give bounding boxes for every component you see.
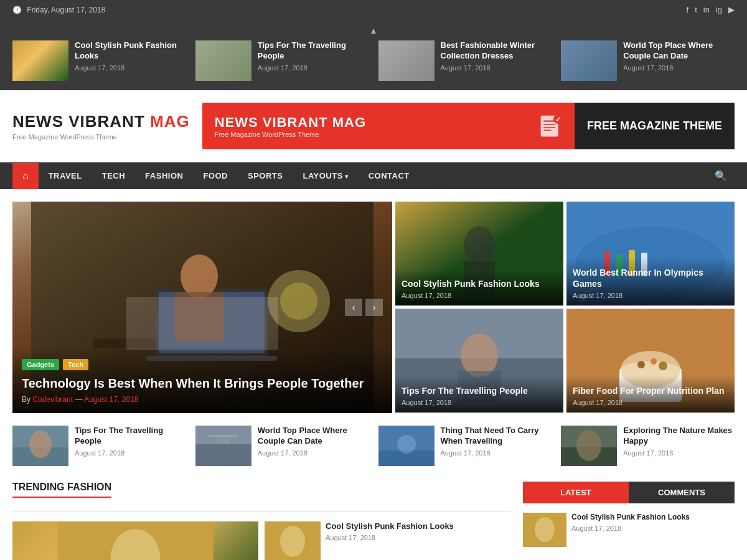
nav-sports[interactable]: SPORTS [238,164,293,188]
main-content: Gadgets Tech Technology Is Best When Whe… [0,189,747,560]
social-icons: f t in ig ▶ [687,5,735,14]
tab-comments[interactable]: COMMENTS [629,482,735,503]
side-article-fashion-title: Cool Stylish Punk Fashion Looks [402,278,557,289]
small-card-thumb-3 [378,426,435,466]
nav-layouts[interactable]: LAYOUTS [293,164,358,188]
small-card-3: Thing That Need To Carry When Travelling… [378,426,552,466]
carousel-prev[interactable]: ‹ [345,299,362,316]
featured-byline: By Codevibrant — August 17, 2018 [22,395,383,404]
ticker-section: ▲ Cool Stylish Punk Fashion Looks August… [0,19,747,90]
svg-point-48 [576,430,601,461]
ticker-thumb-2 [195,40,251,81]
svg-rect-41 [208,435,239,437]
ticker-item: Tips For The Travelling People August 17… [195,40,369,81]
carousel-next[interactable]: › [365,299,383,316]
side-articles-right: World Best Runner In Olympics Games Augu… [566,202,735,413]
ticker-grid: Cool Stylish Punk Fashion Looks August 1… [12,40,735,81]
side-article-travel[interactable]: Tips For The Travelling People August 17… [395,309,563,413]
ticker-title-1[interactable]: Cool Stylish Punk Fashion Looks [75,40,186,62]
twitter-icon[interactable]: t [695,5,697,14]
ticker-up-arrow[interactable]: ▲ [369,26,378,35]
trending-small-date: August 17, 2018 [326,534,510,541]
ticker-title-2[interactable]: Tips For The Travelling People [258,40,369,62]
logo-black: NEWS VIBRANT [12,112,145,131]
nav-food[interactable]: FOOD [193,164,238,188]
ticker-item: Cool Stylish Punk Fashion Looks August 1… [12,40,186,81]
svg-point-38 [29,431,52,458]
featured-main-overlay: Gadgets Tech Technology Is Best When Whe… [12,347,392,413]
featured-main-title[interactable]: Technology Is Best When When It Brings P… [22,375,383,391]
banner-title: NEWS VIBRANT MAG [215,114,515,131]
nav-travel[interactable]: TRAVEL [39,164,92,188]
small-card-title-4[interactable]: Exploring The Nature Makes Happy [623,426,735,447]
small-card-info-1: Tips For The Travelling People August 17… [75,426,186,457]
nav-tech[interactable]: TECH [92,164,135,188]
ticker-date-1: August 17, 2018 [75,64,186,72]
logo-sub: Free Magazine WordPress Theme [12,133,190,141]
trending-left: TRENDING FASHION Best Fashionable Winter… [12,482,510,560]
featured-tags: Gadgets Tech [22,359,383,370]
site-header: NEWS VIBRANT MAG Free Magazine WordPress… [0,90,747,162]
small-card-date-3: August 17, 2018 [441,449,552,457]
ticker-title-3[interactable]: Best Fashionable Winter Collection Dress… [441,40,552,62]
facebook-icon[interactable]: f [687,5,689,14]
sidebar-latest-title[interactable]: Cool Stylish Punk Fashion Looks [571,513,690,523]
instagram-icon[interactable]: ig [716,5,722,14]
ticker-date-2: August 17, 2018 [258,64,369,72]
small-card-info-3: Thing That Need To Carry When Travelling… [441,426,552,457]
nav-home-button[interactable]: ⌂ [12,163,39,189]
small-card-date-2: August 17, 2018 [258,449,369,457]
linkedin-icon[interactable]: in [703,5,710,14]
svg-point-15 [280,282,317,320]
trending-item-small[interactable]: Cool Stylish Punk Fashion Looks August 1… [265,521,510,560]
side-article-travel-date: August 17, 2018 [402,399,557,406]
side-article-fashion-date: August 17, 2018 [402,292,557,299]
ticker-info-3: Best Fashionable Winter Collection Dress… [441,40,552,72]
svg-rect-13 [174,292,224,342]
banner-left: NEWS VIBRANT MAG Free Magazine WordPress… [202,108,528,144]
ticker-date-3: August 17, 2018 [441,64,552,72]
ticker-date-4: August 17, 2018 [623,64,735,72]
nav-search-icon[interactable]: 🔍 [707,162,735,189]
ticker-thumb-3 [378,40,435,81]
trending-header: TRENDING FASHION [12,482,510,512]
sidebar-latest-item: Cool Stylish Punk Fashion Looks August 1… [523,513,735,547]
ticker-info-1: Cool Stylish Punk Fashion Looks August 1… [75,40,186,72]
banner-sub: Free Magazine WordPress Theme [215,131,515,138]
side-article-food-date: August 17, 2018 [573,399,728,406]
ticker-item: Best Fashionable Winter Collection Dress… [378,40,552,81]
side-article-runner-title: World Best Runner In Olympics Games [573,267,728,289]
svg-text:✓: ✓ [555,116,561,123]
main-nav: ⌂ TRAVEL TECH FASHION FOOD SPORTS LAYOUT… [0,162,747,189]
small-card-title-2[interactable]: World Top Place Where Couple Can Date [258,426,369,447]
ticker-title-4[interactable]: World Top Place Where Couple Can Date [623,40,735,62]
tag-tech[interactable]: Tech [63,359,88,370]
nav-fashion[interactable]: FASHION [135,164,193,188]
youtube-icon[interactable]: ▶ [728,5,735,14]
tag-gadgets[interactable]: Gadgets [22,359,59,370]
nav-contact[interactable]: CONTACT [359,164,420,188]
side-article-runner[interactable]: World Best Runner In Olympics Games Augu… [566,202,735,306]
side-article-runner-date: August 17, 2018 [573,292,728,299]
featured-main-article[interactable]: Gadgets Tech Technology Is Best When Whe… [12,202,392,413]
ticker-info-2: Tips For The Travelling People August 17… [258,40,369,72]
trending-small-title[interactable]: Cool Stylish Punk Fashion Looks [326,521,510,532]
small-card-2: World Top Place Where Couple Can Date Au… [195,426,369,466]
svg-point-17 [464,226,495,264]
site-logo[interactable]: NEWS VIBRANT MAG Free Magazine WordPress… [12,112,190,141]
carousel-arrows: ‹ › [345,299,383,316]
svg-point-34 [651,358,657,365]
tab-latest[interactable]: LATEST [523,482,629,503]
trending-grid: Best Fashionable Winter Collection Dress… [12,521,510,560]
featured-author[interactable]: Codevibrant [32,395,73,404]
small-card-title-1[interactable]: Tips For The Travelling People [75,426,186,447]
svg-rect-10 [159,292,265,353]
header-banner[interactable]: NEWS VIBRANT MAG Free Magazine WordPress… [202,103,735,149]
small-card-title-3[interactable]: Thing That Need To Carry When Travelling [441,426,552,447]
trending-item-large[interactable]: Best Fashionable Winter Collection Dress… [12,521,258,560]
small-card-info-2: World Top Place Where Couple Can Date Au… [258,426,369,457]
trending-small-img [265,521,321,560]
side-article-food[interactable]: Fiber Food For Proper Nutrition Plan Aug… [566,309,735,413]
trending-section: TRENDING FASHION Best Fashionable Winter… [12,482,735,560]
side-article-fashion[interactable]: Cool Stylish Punk Fashion Looks August 1… [395,202,563,306]
